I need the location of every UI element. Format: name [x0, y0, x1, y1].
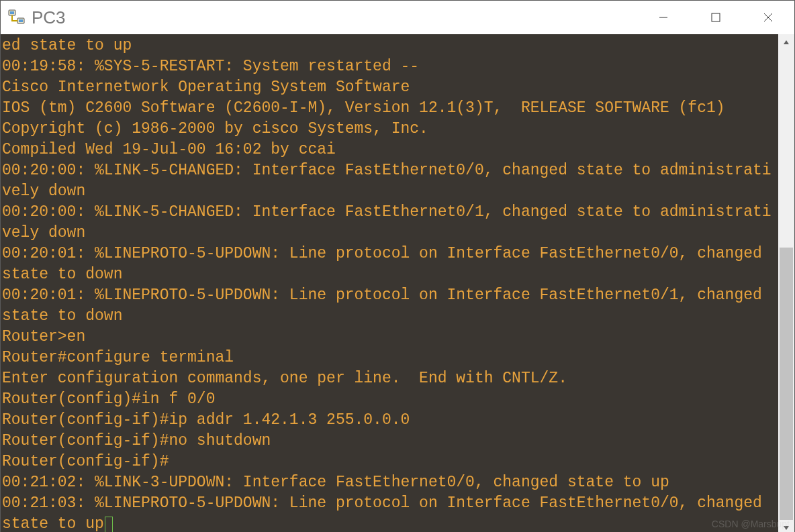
- minimize-button[interactable]: [637, 1, 690, 34]
- maximize-button[interactable]: [690, 1, 742, 34]
- svg-rect-1: [10, 11, 14, 14]
- terminal-cursor: [105, 517, 113, 532]
- terminal-output[interactable]: ed state to up 00:19:58: %SYS-5-RESTART:…: [1, 34, 778, 532]
- client-area: ed state to up 00:19:58: %SYS-5-RESTART:…: [1, 34, 794, 532]
- window-controls: [637, 1, 794, 34]
- svg-rect-5: [712, 13, 720, 21]
- titlebar[interactable]: PC3: [1, 1, 794, 34]
- window-title: PC3: [32, 7, 66, 28]
- window-frame: PC3 ed state to up 00:19:58: %SYS-5-REST…: [0, 0, 795, 532]
- svg-rect-3: [19, 19, 23, 22]
- scrollbar-track[interactable]: [778, 50, 794, 520]
- scrollbar-up-arrow[interactable]: [778, 34, 794, 50]
- vertical-scrollbar[interactable]: [778, 34, 794, 532]
- scrollbar-down-arrow[interactable]: [778, 520, 794, 532]
- app-icon: [7, 8, 26, 27]
- close-button[interactable]: [742, 1, 794, 34]
- scrollbar-thumb[interactable]: [780, 248, 793, 520]
